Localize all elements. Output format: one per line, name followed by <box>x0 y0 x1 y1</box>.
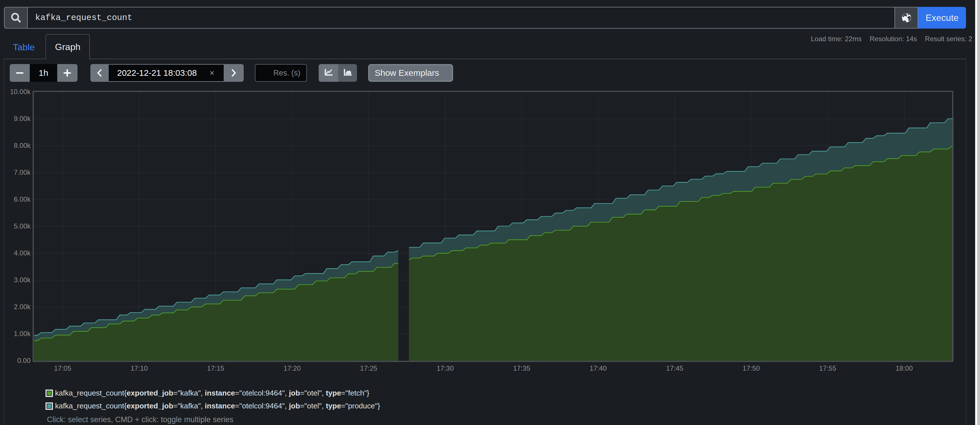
svg-text:17:10: 17:10 <box>130 365 148 372</box>
svg-text:17:25: 17:25 <box>360 365 377 372</box>
svg-text:17:50: 17:50 <box>743 365 760 372</box>
svg-text:0.00: 0.00 <box>17 357 30 365</box>
svg-text:9.00k: 9.00k <box>14 115 31 123</box>
svg-text:2.00k: 2.00k <box>14 303 31 310</box>
svg-text:17:30: 17:30 <box>436 365 454 372</box>
svg-text:17:05: 17:05 <box>54 365 71 372</box>
svg-text:10.00k: 10.00k <box>10 88 31 96</box>
svg-text:17:45: 17:45 <box>666 365 683 372</box>
svg-text:8.00k: 8.00k <box>14 142 31 149</box>
svg-text:17:40: 17:40 <box>590 365 607 372</box>
svg-text:17:20: 17:20 <box>283 365 301 372</box>
svg-text:6.00k: 6.00k <box>14 195 31 203</box>
svg-text:1.00k: 1.00k <box>14 330 31 337</box>
svg-text:18:00: 18:00 <box>896 365 913 372</box>
svg-text:3.00k: 3.00k <box>14 276 31 284</box>
svg-text:4.00k: 4.00k <box>14 249 31 257</box>
svg-text:17:55: 17:55 <box>819 365 837 372</box>
svg-text:5.00k: 5.00k <box>14 222 31 230</box>
svg-text:17:15: 17:15 <box>207 365 224 372</box>
svg-text:17:35: 17:35 <box>513 365 530 372</box>
svg-text:7.00k: 7.00k <box>14 169 31 176</box>
